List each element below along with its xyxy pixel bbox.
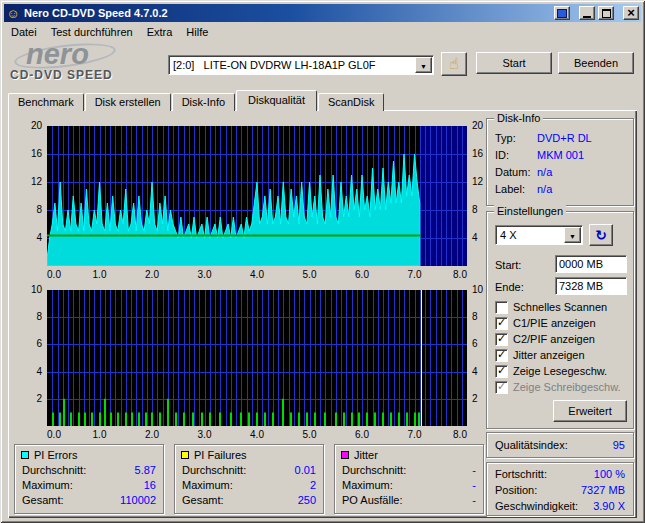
checkbox-label: Schnelles Scannen <box>513 301 607 313</box>
pi-failures-stats-box: PI Failures Durchschnitt:0.01 Maximum:2 … <box>174 444 324 514</box>
axis-tick-label: 3.0 <box>194 429 216 440</box>
stats-title: PI Errors <box>34 449 77 461</box>
speed-selector[interactable]: 4 X <box>495 225 583 245</box>
end-position-label: Ende: <box>495 281 524 293</box>
pi-failures-chart: 1010886644220.01.02.03.04.05.06.07.08.0 <box>47 290 467 426</box>
progress-row: Geschwindigkeit:3.90 X <box>495 500 625 512</box>
settings-group: Einstellungen 4 X Start: Ende: Schnelles… <box>486 211 634 429</box>
nero-logo: nero CD-DVD SPEED <box>10 40 162 86</box>
progress-row: Position:7327 MB <box>495 484 625 496</box>
field-value: 100 % <box>594 468 625 480</box>
axis-tick-label: 7.0 <box>404 269 426 280</box>
axis-tick-label: 12 <box>22 176 42 187</box>
window-title: Nero CD-DVD Speed 4.7.0.2 <box>23 7 168 19</box>
app-window: Nero CD-DVD Speed 4.7.0.2 Datei Test dur… <box>0 0 645 523</box>
field-label: Durchschnitt: <box>342 463 406 478</box>
drive-control-button[interactable] <box>441 52 467 76</box>
field-label: Maximum: <box>182 478 233 493</box>
field-label: Typ: <box>495 132 537 144</box>
axis-tick-label: 4 <box>22 232 42 243</box>
field-label: Label: <box>495 183 537 195</box>
stats-title: PI Failures <box>194 449 247 461</box>
menu-item-hilfe[interactable]: Hilfe <box>179 24 215 40</box>
start-button[interactable]: Start <box>476 52 552 74</box>
chevron-down-icon <box>569 229 576 241</box>
tab-disk-erstellen[interactable]: Disk erstellen <box>85 93 171 111</box>
field-label: Datum: <box>495 166 537 178</box>
quality-index-label: Qualitätsindex: <box>495 439 568 451</box>
checkbox-icon <box>495 333 508 346</box>
checkbox-label: C2/PIF anzeigen <box>513 333 595 345</box>
disk-info-row: Label:n/a <box>495 183 627 197</box>
close-icon <box>627 8 635 19</box>
field-label: Position: <box>495 484 537 496</box>
field-value: 250 <box>298 493 316 508</box>
field-label: Gesamt: <box>182 493 224 508</box>
maximize-button[interactable] <box>598 6 614 20</box>
tab-disk-info[interactable]: Disk-Info <box>172 93 235 111</box>
field-label: Durchschnitt: <box>182 463 246 478</box>
menu-item-extra[interactable]: Extra <box>140 24 180 40</box>
stats-row: Maximum:2 <box>175 478 323 493</box>
titlebar[interactable]: Nero CD-DVD Speed 4.7.0.2 <box>4 4 641 22</box>
advanced-button[interactable]: Erweitert <box>553 400 627 422</box>
refresh-button[interactable] <box>589 224 613 246</box>
checkbox-zeige-lesegeschw[interactable]: Zeige Lesegeschw. <box>495 364 607 378</box>
app-mini-icon <box>557 9 567 18</box>
pi-errors-plot <box>47 126 467 266</box>
drive-selector-dropdown-button[interactable] <box>415 57 432 73</box>
axis-tick-label: 16 <box>22 148 42 159</box>
axis-tick-label: 4.0 <box>246 269 268 280</box>
axis-tick-label: 0.0 <box>43 429 65 440</box>
menubar: Datei Test durchführen Extra Hilfe <box>4 23 641 41</box>
stats-row: Durchschnitt:- <box>335 463 483 478</box>
stats-title: Jitter <box>354 449 378 461</box>
field-value: 110002 <box>120 493 156 508</box>
pi-failures-plot <box>47 290 467 426</box>
tab-diskqualitaet[interactable]: Diskqualität <box>236 90 317 111</box>
drive-selector[interactable]: [2:0] LITE-ON DVDRW LH-18A1P GL0F <box>168 55 434 75</box>
hand-icon <box>449 56 459 72</box>
maximize-icon <box>602 9 611 18</box>
checkbox-label: Jitter anzeigen <box>513 349 585 361</box>
field-value: 0.01 <box>295 463 316 478</box>
speed-selector-dropdown-button[interactable] <box>564 227 581 243</box>
field-value: 16 <box>144 478 156 493</box>
tab-benchmark[interactable]: Benchmark <box>8 93 84 111</box>
end-position-input[interactable] <box>555 277 627 295</box>
axis-tick-label: 6 <box>22 338 42 349</box>
axis-tick-label: 8.0 <box>449 429 471 440</box>
quality-index-panel: Qualitätsindex: 95 <box>486 432 634 458</box>
pi-errors-chart: 20201616121288440.01.02.03.04.05.06.07.0… <box>47 126 467 266</box>
close-button[interactable] <box>623 6 639 20</box>
checkbox-schnelles-scannen[interactable]: Schnelles Scannen <box>495 300 607 314</box>
disk-info-group-title: Disk-Info <box>494 112 543 124</box>
tab-scandisk[interactable]: ScanDisk <box>318 93 384 111</box>
field-label: Fortschritt: <box>495 468 547 480</box>
stats-row: Durchschnitt:5.87 <box>15 463 163 478</box>
checkbox-c2-pif-anzeigen[interactable]: C2/PIF anzeigen <box>495 332 595 346</box>
quit-button[interactable]: Beenden <box>558 52 634 74</box>
app-icon[interactable] <box>6 6 20 20</box>
titlebar-extra-button[interactable] <box>554 6 570 20</box>
minimize-button[interactable] <box>579 6 595 20</box>
field-value: - <box>472 463 476 478</box>
checkbox-label: C1/PIE anzeigen <box>513 317 596 329</box>
field-label: Durchschnitt: <box>22 463 86 478</box>
stats-row: Maximum:- <box>335 478 483 493</box>
stats-row: Gesamt:110002 <box>15 493 163 508</box>
axis-tick-label: 2.0 <box>141 269 163 280</box>
start-position-input[interactable] <box>555 255 627 273</box>
axis-tick-label: 2.0 <box>141 429 163 440</box>
speed-selector-value: 4 X <box>496 226 563 244</box>
checkbox-label: Zeige Lesegeschw. <box>513 365 607 377</box>
axis-tick-label: 6.0 <box>351 429 373 440</box>
jitter-stats-header: Jitter <box>335 445 483 463</box>
pi-failures-color-swatch <box>181 451 189 459</box>
checkbox-jitter-anzeigen[interactable]: Jitter anzeigen <box>495 348 585 362</box>
stats-row: Gesamt:250 <box>175 493 323 508</box>
axis-tick-label: 3.0 <box>194 269 216 280</box>
settings-group-title: Einstellungen <box>494 205 566 217</box>
checkbox-c1-pie-anzeigen[interactable]: C1/PIE anzeigen <box>495 316 596 330</box>
pi-errors-stats-box: PI Errors Durchschnitt:5.87 Maximum:16 G… <box>14 444 164 514</box>
